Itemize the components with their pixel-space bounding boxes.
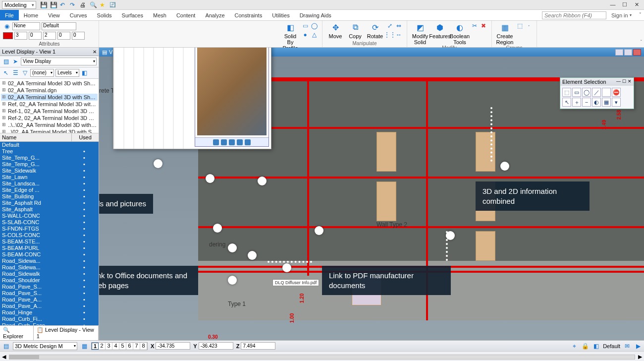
minimize-icon[interactable]: — xyxy=(609,1,616,8)
ribbon-collapse-icon[interactable]: ˇ xyxy=(637,12,644,18)
coord-z-input[interactable] xyxy=(241,342,275,350)
print-icon[interactable] xyxy=(80,1,87,8)
tree-item[interactable]: Ref, 02_AA Terminal Model 3D with Sheets… xyxy=(1,101,98,108)
color-picker[interactable] xyxy=(3,32,13,39)
modify-solid-button[interactable]: ◩Modify Solid xyxy=(411,22,429,45)
dialog-min-icon[interactable]: — xyxy=(616,79,621,85)
level-row[interactable]: Site_Asphalt Rd• xyxy=(0,200,99,206)
view-display-dropdown[interactable]: View Display xyxy=(21,58,97,65)
element-selection-dialog[interactable]: Element Selection —☐✕ ⬚ ▭ ◯ ／ ⛔ ↖ ＋ − ◐ … xyxy=(560,77,634,109)
ungroup-icon[interactable]: ⬞ xyxy=(525,22,533,30)
level-row[interactable]: S-FNDN-FTGS• xyxy=(0,226,99,232)
create-region-button[interactable]: ▦Create Region xyxy=(496,22,514,45)
dialog-close-icon[interactable]: ✕ xyxy=(628,79,632,85)
tree-item[interactable]: Ref-2, 02_AA Terminal Model 3D with Shee… xyxy=(1,115,98,121)
level-row[interactable]: S-BEAM-PURL• xyxy=(0,245,99,251)
move-button[interactable]: ✥Move xyxy=(326,22,344,39)
message-icon[interactable]: ✉ xyxy=(623,342,631,350)
filter-icon[interactable]: ▽ xyxy=(21,69,29,77)
tab-surfaces[interactable]: Surfaces xyxy=(117,10,148,20)
tree-item[interactable]: Ref-1, 02_AA Terminal Model 3D with Shee… xyxy=(1,108,98,115)
coord-x-input[interactable] xyxy=(156,342,190,350)
level-row[interactable]: S-SLAB-CONC• xyxy=(0,219,99,226)
tab-content[interactable]: Content xyxy=(171,10,201,20)
tab-mesh[interactable]: Mesh xyxy=(148,10,171,20)
slab-icon[interactable]: ▭ xyxy=(301,22,309,30)
level-row[interactable]: S-BEAM-CONC• xyxy=(0,251,99,258)
hotspot-marker[interactable] xyxy=(315,226,323,235)
level-row[interactable]: Road_Curb_Fi...• xyxy=(0,316,99,322)
undo-icon[interactable] xyxy=(60,1,67,8)
level-row[interactable]: Road_Pave_S...• xyxy=(0,290,99,297)
mirror-icon[interactable]: ⇔ xyxy=(395,22,403,30)
hotspot-marker[interactable] xyxy=(154,159,162,168)
scale-icon[interactable]: ⤢ xyxy=(386,22,394,30)
style-none-dropdown[interactable]: None xyxy=(12,22,40,30)
lineweight-dropdown[interactable]: 3 xyxy=(14,32,27,40)
tab-view[interactable]: View xyxy=(43,10,65,20)
level-row[interactable]: Road_Shoulder• xyxy=(0,277,99,284)
tree-item[interactable]: ..\02_AA Terminal Model 3D with Sheets… xyxy=(1,128,98,133)
view-num-2[interactable]: 2 xyxy=(99,343,106,350)
tab-home[interactable]: Home xyxy=(19,10,43,20)
ribbon-expand-icon[interactable]: ˇ xyxy=(641,40,642,45)
level-row[interactable]: Road_Hinge• xyxy=(0,309,99,316)
levels-dropdown[interactable]: Levels xyxy=(55,69,79,77)
level-row[interactable]: Site_Temp_G...• xyxy=(0,155,99,161)
hotspot-marker[interactable] xyxy=(248,251,257,260)
sel-method-clear-icon[interactable]: ▦ xyxy=(602,98,611,107)
level-row[interactable]: Site_Lawn• xyxy=(0,174,99,180)
level-row[interactable]: Road_Sidewa...• xyxy=(0,258,99,264)
sel-method-add-icon[interactable]: ＋ xyxy=(572,98,581,107)
panel-close-icon[interactable]: ✕ xyxy=(93,49,97,55)
level-row[interactable]: Default xyxy=(0,142,99,148)
sign-in-button[interactable]: Sign in▾ xyxy=(606,12,637,18)
priority-dropdown[interactable]: 0 xyxy=(72,32,85,40)
tab-drawing-aids[interactable]: Drawing Aids xyxy=(295,10,336,20)
level-row[interactable]: Site_Asphalt• xyxy=(0,206,99,213)
models-icon[interactable]: ▤ xyxy=(2,342,10,350)
tab-level-display[interactable]: 📋 Level Display - View 1 xyxy=(34,326,99,340)
cone-icon[interactable]: △ xyxy=(310,31,318,39)
linestyle-dropdown[interactable]: 0 xyxy=(29,32,42,40)
view-num-1[interactable]: 1 xyxy=(92,343,99,350)
view-num-5[interactable]: 5 xyxy=(119,343,126,350)
view-num-8[interactable]: 8 xyxy=(140,343,147,350)
template-default-dropdown[interactable]: Default xyxy=(42,22,76,30)
level-row[interactable]: Road_Pave_A...• xyxy=(0,303,99,309)
pdf-filename-tag[interactable]: DLQ Diffuser Info.pdf xyxy=(272,279,319,286)
hotspot-marker[interactable] xyxy=(228,243,237,252)
view-num-4[interactable]: 4 xyxy=(112,343,119,350)
level-row[interactable]: Tree• xyxy=(0,148,99,155)
tree-item[interactable]: 02_AA Terminal.dgn xyxy=(1,87,98,94)
viewport[interactable]: ▤ View Wall Typ xyxy=(99,48,644,340)
array-icon[interactable]: ⋮⋮ xyxy=(386,31,394,39)
view-num-6[interactable]: 6 xyxy=(126,343,133,350)
trim-icon[interactable]: ✂ xyxy=(471,22,479,30)
hotspot-marker[interactable] xyxy=(206,174,215,183)
stretch-icon[interactable]: ↔ xyxy=(395,31,403,39)
lock-icon[interactable]: 🔒 xyxy=(581,342,589,350)
coord-y-input[interactable] xyxy=(199,342,233,350)
favorite-icon[interactable] xyxy=(100,1,107,8)
level-row[interactable]: Site_Sidewalk• xyxy=(0,168,99,174)
running-icon[interactable]: ▶ xyxy=(634,342,642,350)
refs-icon[interactable]: ▦ xyxy=(80,342,88,350)
lineclass-dropdown[interactable]: 2 xyxy=(43,32,56,40)
level-row[interactable]: Road_Pave_S...• xyxy=(0,284,99,290)
level-icon[interactable]: ◧ xyxy=(592,342,600,350)
snap-icon[interactable]: ⌖ xyxy=(570,342,578,350)
tab-curves[interactable]: Curves xyxy=(65,10,92,20)
level-row[interactable]: Site_Temp_G...• xyxy=(0,161,99,168)
solid-by-profile-button[interactable]: ◧Solid By Profile xyxy=(281,22,299,51)
workflow-dropdown[interactable]: Modeling xyxy=(2,1,36,9)
sel-mode-shape-icon[interactable]: ◯ xyxy=(582,88,591,97)
boolean-button[interactable]: ◐Boolean Tools xyxy=(451,22,469,45)
level-row[interactable]: Site_Landsca...• xyxy=(0,180,99,187)
strip-thumb[interactable] xyxy=(9,355,39,359)
rotate-button[interactable]: ⟳Rotate xyxy=(366,22,384,39)
hotspot-marker[interactable] xyxy=(282,263,291,272)
level-list[interactable]: DefaultTree•Site_Temp_G...•Site_Temp_G..… xyxy=(0,142,99,325)
hotspot-marker[interactable] xyxy=(258,177,267,185)
tree-item[interactable]: ..\..\02_AA Terminal Model 3D with Sheet… xyxy=(1,121,98,128)
